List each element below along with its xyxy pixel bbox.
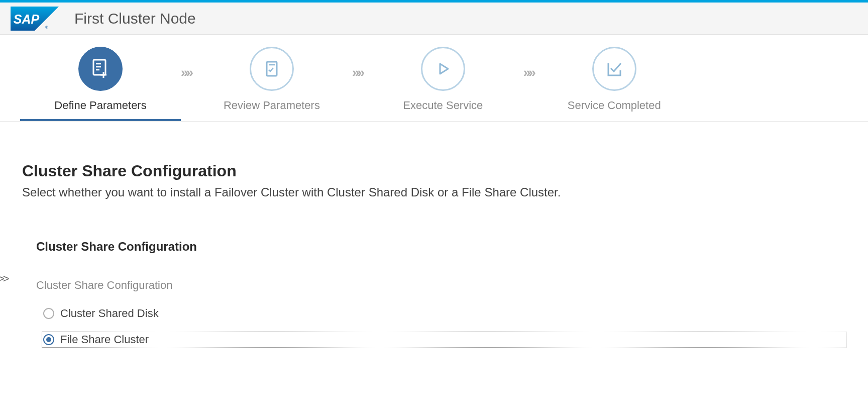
- wizard-step-define-parameters[interactable]: Define Parameters: [20, 47, 181, 121]
- header-bar: SAP ® First Cluster Node: [0, 3, 868, 35]
- wizard-step-service-completed[interactable]: Service Completed: [534, 47, 695, 119]
- expand-panel-icon[interactable]: >>: [0, 272, 8, 285]
- wizard-progress: Define Parameters »» Review Parameters »…: [0, 35, 868, 122]
- wizard-step-review-parameters[interactable]: Review Parameters: [191, 47, 352, 119]
- play-icon: [421, 47, 465, 91]
- page-title: First Cluster Node: [74, 10, 196, 27]
- chevron-right-icon: »»: [181, 65, 191, 80]
- document-plus-icon: [78, 47, 123, 91]
- content-area: Cluster Share Configuration Select wheth…: [0, 122, 868, 367]
- chevron-right-icon: »»: [523, 65, 534, 80]
- wizard-step-label: Review Parameters: [224, 99, 320, 112]
- radio-file-share-cluster[interactable]: File Share Cluster: [42, 332, 846, 347]
- sap-logo: SAP ®: [10, 7, 59, 31]
- section-description: Select whether you want to install a Fai…: [22, 185, 846, 199]
- wizard-step-label: Service Completed: [568, 99, 661, 112]
- cluster-share-radio-group: Cluster Shared Disk File Share Cluster: [42, 306, 846, 347]
- chevron-right-icon: »»: [352, 65, 363, 80]
- cluster-share-config-section: Cluster Share Configuration Cluster Shar…: [36, 240, 846, 347]
- wizard-step-label: Execute Service: [403, 99, 483, 112]
- radio-cluster-shared-disk[interactable]: Cluster Shared Disk: [42, 306, 846, 321]
- svg-text:SAP: SAP: [14, 12, 40, 26]
- radio-label: File Share Cluster: [60, 333, 149, 346]
- document-check-icon: [250, 47, 294, 91]
- radio-icon: [43, 334, 54, 345]
- wizard-step-label: Define Parameters: [54, 99, 146, 112]
- field-label: Cluster Share Configuration: [36, 279, 846, 292]
- svg-text:®: ®: [45, 25, 48, 30]
- radio-label: Cluster Shared Disk: [60, 307, 159, 320]
- radio-icon: [43, 308, 54, 319]
- subsection-title: Cluster Share Configuration: [36, 240, 846, 254]
- svg-marker-11: [440, 64, 448, 74]
- checkbox-icon: [592, 47, 636, 91]
- section-title: Cluster Share Configuration: [22, 162, 846, 180]
- wizard-step-execute-service[interactable]: Execute Service: [363, 47, 523, 119]
